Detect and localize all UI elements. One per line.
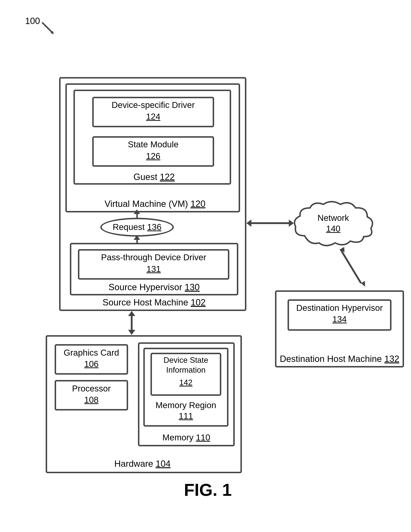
vm-ref: 120 bbox=[190, 199, 205, 209]
dest-host-ref: 132 bbox=[384, 354, 399, 364]
network-label: Network bbox=[305, 213, 362, 223]
dest-host-label: Destination Host Machine 132 bbox=[275, 354, 404, 364]
device-state-info-text1: Device State bbox=[164, 356, 208, 364]
pt-driver-text: Pass-through Device Driver bbox=[101, 253, 206, 262]
network-text: Network bbox=[318, 213, 349, 223]
request-text: Request bbox=[113, 222, 145, 232]
dest-hypervisor-text: Destination Hypervisor bbox=[296, 303, 383, 313]
guest-ref: 122 bbox=[160, 172, 175, 182]
dest-host-text: Destination Host Machine bbox=[280, 354, 382, 364]
pt-driver-ref: 131 bbox=[146, 264, 161, 274]
graphics-card-ref-row: 106 bbox=[55, 359, 128, 369]
memory-region-ref: 111 bbox=[179, 411, 193, 421]
device-state-info-l2: Information bbox=[150, 366, 221, 374]
figure-ref-arrow bbox=[41, 21, 57, 38]
guest-label: Guest 122 bbox=[133, 172, 176, 182]
source-host-label: Source Host Machine 102 bbox=[97, 298, 211, 307]
memory-region-text: Memory Region bbox=[156, 400, 216, 410]
hardware-text: Hardware bbox=[114, 459, 153, 469]
device-driver-ref-row: 124 bbox=[93, 112, 213, 122]
processor-text: Processor bbox=[72, 384, 111, 393]
pt-driver-label: Pass-through Device Driver bbox=[79, 253, 228, 262]
svg-line-0 bbox=[42, 22, 52, 32]
diagram-page: 100 Source Host Machine 102 Virtual Mach… bbox=[0, 0, 411, 532]
pt-driver-ref-row: 131 bbox=[79, 264, 228, 274]
processor-ref: 108 bbox=[84, 395, 99, 405]
memory-text: Memory bbox=[162, 433, 194, 442]
state-module-ref: 126 bbox=[146, 151, 160, 161]
figure-ref-100: 100 bbox=[25, 16, 40, 26]
figure-ref-100-text: 100 bbox=[25, 16, 40, 26]
hardware-ref: 104 bbox=[156, 459, 171, 469]
processor-label: Processor bbox=[55, 384, 128, 393]
svg-line-2 bbox=[340, 249, 361, 283]
memory-region-ref-row: 111 bbox=[143, 411, 228, 421]
arrow-host-hw-down bbox=[128, 330, 135, 335]
arrow-net-dest bbox=[335, 246, 371, 291]
svg-marker-4 bbox=[361, 281, 367, 288]
source-host-text: Source Host Machine bbox=[103, 297, 188, 307]
figure-caption: FIG. 1 bbox=[181, 480, 235, 499]
device-state-info-l1: Device State bbox=[150, 356, 221, 364]
processor-ref-row: 108 bbox=[55, 395, 128, 405]
memory-ref: 110 bbox=[196, 433, 210, 442]
device-driver-ref: 124 bbox=[146, 112, 160, 121]
arrow-host-hw-up bbox=[128, 311, 135, 316]
state-module-text: State Module bbox=[128, 140, 179, 149]
request-label: Request 136 bbox=[113, 222, 161, 232]
device-state-info-ref: 142 bbox=[179, 378, 192, 387]
network-ref-row: 140 bbox=[305, 224, 362, 234]
dest-hypervisor-ref-row: 134 bbox=[288, 314, 392, 324]
memory-region-label: Memory Region bbox=[143, 401, 228, 410]
vm-label: Virtual Machine (VM) 120 bbox=[101, 199, 209, 209]
source-hypervisor-ref: 130 bbox=[185, 282, 200, 292]
device-state-info-text2: Information bbox=[166, 365, 206, 374]
graphics-card-label: Graphics Card bbox=[55, 348, 128, 358]
source-hypervisor-text: Source Hypervisor bbox=[109, 282, 182, 292]
hardware-label: Hardware 104 bbox=[98, 459, 187, 469]
source-host-ref: 102 bbox=[191, 297, 206, 307]
arrow-host-net-right bbox=[289, 219, 294, 227]
network-ref: 140 bbox=[326, 224, 340, 233]
figure-caption-text: FIG. 1 bbox=[184, 480, 232, 499]
request-ref: 136 bbox=[147, 222, 161, 232]
guest-text: Guest bbox=[133, 172, 157, 182]
state-module-label: State Module bbox=[93, 140, 213, 149]
vm-text: Virtual Machine (VM) bbox=[104, 199, 188, 209]
graphics-card-ref: 106 bbox=[84, 359, 99, 369]
request-ellipse: Request 136 bbox=[100, 218, 174, 237]
arrow-host-hw-line bbox=[131, 314, 133, 331]
arrow-request-up-head bbox=[134, 209, 140, 214]
arrow-host-net-line bbox=[250, 222, 290, 224]
arrow-host-net-left bbox=[246, 219, 251, 227]
memory-label: Memory 110 bbox=[138, 433, 235, 442]
dest-hypervisor-label: Destination Hypervisor bbox=[288, 303, 392, 313]
state-module-ref-row: 126 bbox=[93, 152, 213, 161]
dest-hypervisor-ref: 134 bbox=[332, 314, 347, 324]
arrow-hv-up-head bbox=[134, 235, 140, 240]
device-state-info-ref-row: 142 bbox=[150, 378, 221, 387]
device-driver-label: Device-specific Driver bbox=[93, 100, 213, 110]
source-hypervisor-label: Source Hypervisor 130 bbox=[100, 282, 208, 292]
graphics-card-text: Graphics Card bbox=[64, 348, 119, 357]
device-driver-text: Device-specific Driver bbox=[112, 100, 195, 110]
